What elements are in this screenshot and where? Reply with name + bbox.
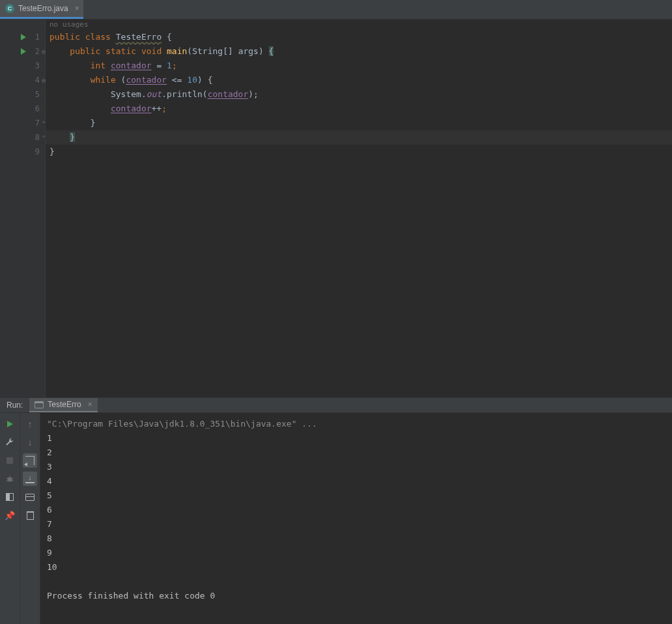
console-exit-line: Process finished with exit code 0 [47,589,672,603]
line-number: 7 [35,119,40,128]
fold-icon[interactable]: ⊖ [42,48,46,55]
fold-end-icon[interactable]: ⌃ [42,120,46,127]
console-line: 3 [47,460,672,474]
console-line [47,574,672,589]
console-line: 9 [47,546,672,560]
line-number: 8 [35,133,40,142]
run-gutter-icon[interactable] [21,34,26,40]
rerun-button[interactable] [3,417,17,431]
code-line[interactable]: public static void main(String[] args) { [46,44,672,59]
line-number: 5 [35,90,40,99]
console-line: 7 [47,517,672,532]
console-line: 2 [47,446,672,460]
editor-tab-testeerro[interactable]: C TesteErro.java × [0,0,83,19]
code-line[interactable]: public class TesteErro { [46,30,672,44]
run-toolbar-secondary: ↑ ↓ ↓ [20,413,40,624]
line-number: 3 [35,61,40,70]
code-line[interactable]: } [46,130,672,145]
run-gutter-icon[interactable] [21,48,26,55]
console-line: 4 [47,474,672,489]
console-line: 5 [47,489,672,503]
code-editor[interactable]: 1 ⊖2 3 ⊖4 5 6 ⌃7 ⌃8 9 no usages public c… [0,20,672,397]
editor-tab-label: TesteErro.java [18,4,68,13]
code-line[interactable]: while (contador <= 10) { [46,73,672,87]
line-number: 1 [35,33,40,42]
console-line: 1 [47,431,672,446]
line-number: 6 [35,104,40,113]
clear-all-button[interactable] [23,508,37,522]
run-toolbar-primary: 📌 [0,413,20,624]
run-config-tab[interactable]: TesteErro × [29,398,97,412]
soft-wrap-button[interactable] [23,453,37,468]
console-line: 10 [47,560,672,574]
run-toolwindow-title: Run: [0,398,29,412]
java-class-icon: C [5,4,14,13]
edit-config-button[interactable] [3,435,17,449]
run-config-icon [35,401,44,408]
console-line: 6 [47,503,672,517]
svg-point-0 [8,477,12,481]
editor-gutter[interactable]: 1 ⊖2 3 ⊖4 5 6 ⌃7 ⌃8 9 [0,20,46,397]
dump-threads-button[interactable] [3,472,17,486]
code-line[interactable]: } [46,145,672,159]
console-command-line: "C:\Program Files\Java\jdk1.8.0_351\bin\… [47,417,672,431]
code-content[interactable]: no usages public class TesteErro { publi… [46,20,672,397]
run-config-name: TesteErro [48,400,81,409]
stop-button[interactable] [3,453,17,468]
run-toolwindow-header: Run: TesteErro × [0,397,672,413]
close-icon[interactable]: × [88,400,92,409]
console-line: 8 [47,532,672,546]
code-line[interactable]: System.out.println(contador); [46,87,672,102]
line-number: 2 [35,47,40,56]
console-output[interactable]: "C:\Program Files\Java\jdk1.8.0_351\bin\… [40,413,672,624]
scroll-to-end-button[interactable]: ↓ [23,472,37,486]
line-number: 4 [35,76,40,85]
code-line[interactable]: int contador = 1; [46,59,672,73]
up-stack-button[interactable]: ↑ [23,417,37,431]
editor-tabs-bar: C TesteErro.java × [0,0,672,20]
fold-icon[interactable]: ⊖ [42,77,46,84]
line-number: 9 [35,147,40,156]
usages-inlay[interactable]: no usages [46,20,672,30]
pin-tab-button[interactable]: 📌 [3,508,17,522]
down-stack-button[interactable]: ↓ [23,435,37,449]
layout-settings-button[interactable] [3,490,17,504]
fold-end-icon[interactable]: ⌃ [42,134,46,141]
close-icon[interactable]: × [75,4,79,13]
print-button[interactable] [23,490,37,504]
run-toolwindow-body: 📌 ↑ ↓ ↓ "C:\Program Files\Java\jdk1.8.0_… [0,413,672,624]
code-line[interactable]: } [46,116,672,130]
code-line[interactable]: contador++; [46,102,672,116]
